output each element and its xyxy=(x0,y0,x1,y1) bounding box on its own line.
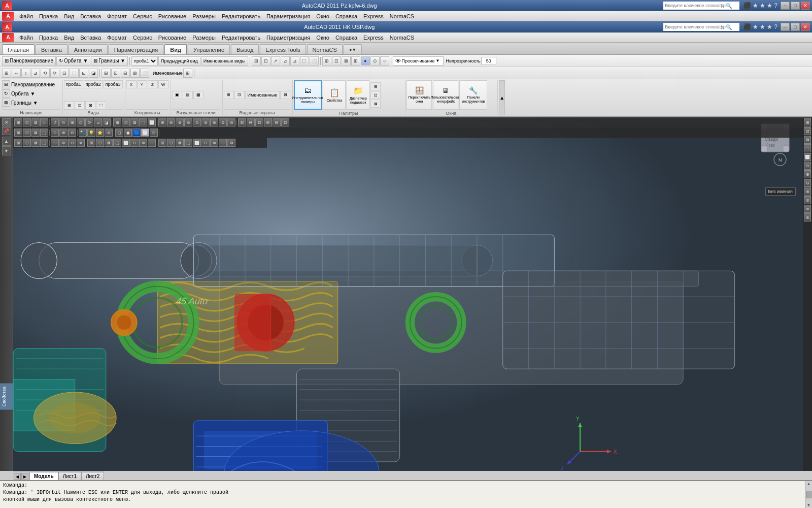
tb2-btn-1[interactable]: ⊞ xyxy=(2,69,11,78)
inner-nav1[interactable]: ⬛ xyxy=(743,23,751,30)
vp-link2[interactable]: ⛓ xyxy=(247,118,255,126)
vp-link4[interactable]: ⛓ xyxy=(264,118,272,126)
tb2-btn-14[interactable]: ⊠ xyxy=(130,69,140,78)
tb-btn-5[interactable]: ⊿ xyxy=(290,56,299,66)
inner-menu-window[interactable]: Окно xyxy=(313,34,332,42)
autocad-logo-menu[interactable]: A xyxy=(2,12,14,21)
inner-menu-dim[interactable]: Размеры xyxy=(189,34,219,42)
left-close-btn[interactable]: ✕ xyxy=(2,118,11,126)
misc-btn-3[interactable]: ⊠ xyxy=(370,100,381,108)
vp-top-btn19[interactable]: ⊗ xyxy=(176,118,184,126)
tb-btn-14[interactable]: ○ xyxy=(380,56,389,66)
menu-item-view[interactable]: Вид xyxy=(61,12,77,20)
nav-icon2[interactable]: ★ xyxy=(753,2,758,9)
vp-top-btn16[interactable]: ⬜ xyxy=(148,118,156,126)
tb2-btn-5[interactable]: ⟲ xyxy=(41,69,50,78)
vp-right-btn1[interactable]: ⊞ xyxy=(804,118,811,126)
vp-top-btn23[interactable]: ⊛ xyxy=(210,118,218,126)
vp3-btn1[interactable]: ⊞ xyxy=(14,139,22,147)
vp2-btn2[interactable]: ⊡ xyxy=(23,129,31,137)
vp2-btn15[interactable]: ⬜ xyxy=(141,129,149,137)
outer-maximize-btn[interactable]: □ xyxy=(791,2,800,10)
orbit-large-btn[interactable]: ↻ xyxy=(2,89,10,98)
sheet-nav-right[interactable]: ▶ xyxy=(21,473,28,480)
tb-btn-10[interactable]: ⊠ xyxy=(342,56,351,66)
tab-annotations[interactable]: Аннотации xyxy=(69,44,108,54)
vp-top-btn15[interactable]: ⬚ xyxy=(139,118,147,126)
vp-right-btn5[interactable]: ⬜ xyxy=(804,153,811,161)
menu-item-edit[interactable]: Правка xyxy=(36,12,61,20)
vp2-btn5[interactable]: ⊙ xyxy=(51,129,59,137)
tab-param[interactable]: Параметризация xyxy=(109,44,163,54)
tb-btn-2[interactable]: ⊡ xyxy=(261,56,270,66)
vp2-btn14[interactable]: 🟦 xyxy=(132,129,141,137)
cmd-scrollbar[interactable]: ▲ ▼ xyxy=(805,481,812,508)
menu-item-format[interactable]: Формат xyxy=(104,12,130,20)
vp-top-btn3[interactable]: ⊠ xyxy=(31,118,40,126)
vp3-btn15[interactable]: ⊕ xyxy=(139,139,147,147)
coords-btn-3[interactable]: Z xyxy=(148,80,158,88)
tab-insert[interactable]: Вставка xyxy=(36,44,67,54)
tb-btn-3[interactable]: ↗ xyxy=(271,56,280,66)
tb-bounds[interactable]: ⊠ Границы ▼ xyxy=(91,56,128,66)
inner-menu-express[interactable]: Express xyxy=(360,34,387,42)
tb-btn-6[interactable]: ⬚ xyxy=(300,56,309,66)
nav-icon4[interactable]: ★ xyxy=(767,2,772,9)
inner-logo[interactable]: A xyxy=(2,33,14,42)
vp2-btn1[interactable]: ⊞ xyxy=(14,129,22,137)
inner-close-btn[interactable]: ✕ xyxy=(801,23,810,31)
vp-link1[interactable]: ⛓ xyxy=(238,118,246,126)
vp3-btn18[interactable]: ⊡ xyxy=(167,139,175,147)
outer-search-box-area[interactable]: 🔍 xyxy=(663,2,739,10)
vp3-btn17[interactable]: ⊞ xyxy=(158,139,166,147)
tb2-btn-3[interactable]: ↕ xyxy=(21,69,30,78)
vp-top-btn20[interactable]: ⊘ xyxy=(184,118,192,126)
vp-top-btn7[interactable]: ⊞ xyxy=(68,118,76,126)
vp-right-btn4[interactable]: ⬚ xyxy=(804,144,811,152)
vp3-btn8[interactable]: ⊗ xyxy=(77,139,85,147)
vp3-btn4[interactable]: ⬚ xyxy=(40,139,48,147)
vp3-btn19[interactable]: ⊠ xyxy=(176,139,184,147)
tb2-btn-11[interactable]: ⊞ xyxy=(101,69,111,78)
sheet-nav-left[interactable]: ◀ xyxy=(14,473,21,480)
inner-menu-file[interactable]: Файл xyxy=(16,34,36,42)
vp-right-btn11[interactable]: ⊚ xyxy=(804,205,811,213)
tab-express[interactable]: Express Tools xyxy=(260,44,306,54)
vp-right-btn9[interactable]: ⊗ xyxy=(804,187,811,196)
left-side-btn2[interactable]: ▼ xyxy=(2,146,11,155)
transparency-input[interactable] xyxy=(481,57,496,65)
menu-item-service[interactable]: Сервис xyxy=(130,12,155,20)
vp3-btn3[interactable]: ⊠ xyxy=(31,139,40,147)
vp-top-btn5[interactable]: ↺ xyxy=(51,118,59,126)
inner-nav4[interactable]: ★ xyxy=(767,23,772,30)
vp2-btn8[interactable]: 🔦 xyxy=(79,129,87,137)
tab-more[interactable]: ●▼ xyxy=(344,44,362,54)
tb2-btn-8[interactable]: ⬚ xyxy=(70,69,79,78)
menu-item-express[interactable]: Express xyxy=(360,12,387,20)
vp3-btn6[interactable]: ⊕ xyxy=(59,139,67,147)
inner-menu-param[interactable]: Параметризация xyxy=(263,34,313,42)
vp3-btn21[interactable]: ⬜ xyxy=(193,139,201,147)
tb2-btn-15[interactable]: ⬜ xyxy=(140,69,149,78)
menu-item-window[interactable]: Окно xyxy=(313,12,332,20)
tb-btn-9[interactable]: ⊡ xyxy=(332,56,341,66)
outer-search-input[interactable] xyxy=(665,3,726,8)
menu-item-edit2[interactable]: Редактировать xyxy=(219,12,263,20)
vp-right-btn12[interactable]: ⊛ xyxy=(804,213,811,221)
vp-top-btn8[interactable]: ⊡ xyxy=(77,118,85,126)
bounds-large-btn[interactable]: ⊠ xyxy=(2,99,10,107)
tb2-btn-12[interactable]: ⊡ xyxy=(111,69,120,78)
tb-btn-11[interactable]: ⊞ xyxy=(351,56,360,66)
outer-minimize-btn[interactable]: ─ xyxy=(781,2,790,10)
coords-btn-1[interactable]: X xyxy=(126,80,137,88)
misc-btn-2[interactable]: ⊡ xyxy=(370,91,381,99)
inner-minimize-btn[interactable]: ─ xyxy=(781,23,790,31)
menu-item-draw[interactable]: Рисование xyxy=(155,12,189,20)
probe2-btn[interactable]: проба2 xyxy=(84,80,103,88)
vp2-btn4[interactable]: ⬚ xyxy=(40,129,48,137)
inner-help[interactable]: ? xyxy=(774,23,777,30)
vp-top-btn24[interactable]: ⊜ xyxy=(219,118,227,126)
inner-menu-edit2[interactable]: Редактировать xyxy=(219,34,263,42)
vp-link3[interactable]: ⛓ xyxy=(255,118,263,126)
vp-top-btn14[interactable]: ⊠ xyxy=(130,118,139,126)
